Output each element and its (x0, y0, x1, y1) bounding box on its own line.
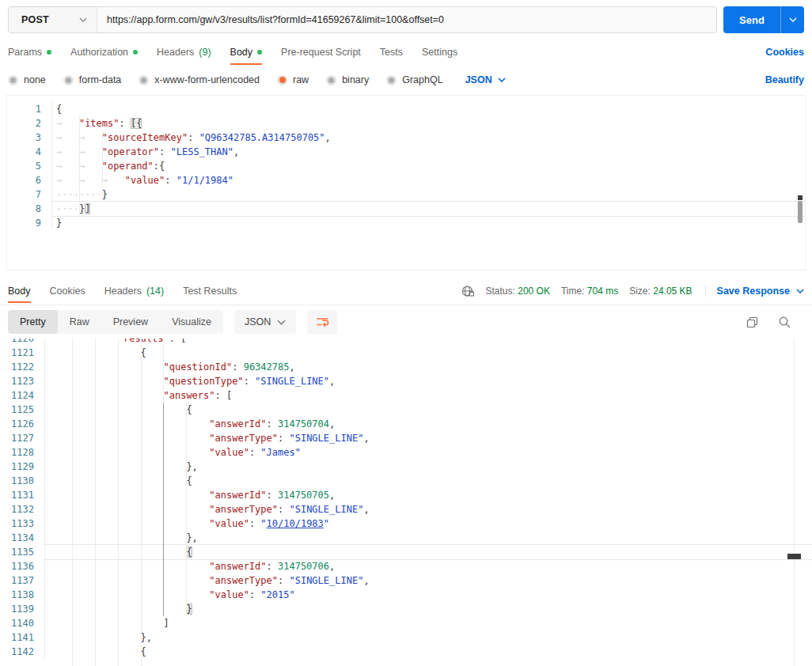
line-number: 8 (7, 202, 52, 216)
body-mode-label: GraphQL (402, 74, 442, 85)
line-content: ] (45, 616, 812, 630)
tab-label: Pre-request Script (281, 47, 361, 58)
save-response-button[interactable]: Save Response (705, 286, 804, 297)
radio-button-icon (277, 75, 287, 85)
cookies-link[interactable]: Cookies (765, 47, 804, 58)
line-content: { (52, 102, 805, 116)
view-tab-preview[interactable]: Preview (101, 310, 160, 334)
line-content: "answerType": "SINGLE_LINE", (45, 502, 812, 517)
body-mode-none[interactable]: none (8, 74, 46, 85)
tab-pre-request-script[interactable]: Pre-request Script (281, 38, 361, 66)
code-line-1142: 1142 { (0, 645, 812, 659)
line-number: 2 (7, 116, 52, 131)
wrap-text-button[interactable] (307, 310, 337, 335)
code-line-1137: 1137 "answerType": "SINGLE_LINE", (0, 573, 812, 588)
line-number: 1139 (0, 602, 45, 616)
response-tab-headers[interactable]: Headers(14) (104, 277, 164, 305)
line-number: 1122 (0, 360, 45, 374)
line-number: 4 (7, 145, 52, 159)
network-icon[interactable] (461, 285, 475, 297)
url-input[interactable] (97, 7, 716, 32)
indent-guide (79, 116, 80, 216)
code-line-1120: 1120 "results": [ (0, 339, 812, 346)
status-label: Status: (486, 286, 515, 297)
code-line-1131: 1131 "answerId": 314750705, (0, 488, 812, 502)
line-content: "answerId": 314750706, (45, 559, 812, 573)
view-tab-pretty[interactable]: Pretty (8, 310, 58, 334)
indent-guide (118, 339, 119, 666)
line-content: { (45, 346, 812, 360)
tab-label: Authorization (70, 47, 128, 58)
indent-guide (163, 339, 164, 403)
tab-params[interactable]: Params (8, 38, 51, 66)
line-content: "value": "2015" (45, 588, 812, 602)
chevron-down-icon (498, 78, 506, 82)
code-line-1128: 1128 "value": "James" (0, 445, 812, 460)
tab-label: Headers (157, 47, 194, 58)
tab-settings[interactable]: Settings (422, 38, 457, 66)
body-mode-label: raw (293, 74, 309, 85)
response-language-label: JSON (245, 316, 271, 327)
line-number: 1123 (0, 374, 45, 388)
line-number: 1132 (0, 502, 45, 517)
request-language-label: JSON (465, 74, 492, 85)
code-line-1122: 1122 "questionId": 96342785, (0, 360, 812, 374)
code-line-1129: 1129 }, (0, 460, 812, 474)
copy-icon[interactable] (746, 316, 759, 329)
tab-body[interactable]: Body (230, 38, 263, 66)
radio-button-icon (138, 75, 149, 85)
body-mode-graphql[interactable]: GraphQL (386, 74, 442, 85)
line-number: 1133 (0, 517, 45, 531)
radio-button-icon (326, 75, 336, 85)
code-line-1121: 1121 { (0, 346, 812, 360)
response-body-editor[interactable]: 1120 "results": [1121 {1122 "questionId"… (0, 339, 812, 666)
response-header: BodyCookiesHeaders(14)Test Results Statu… (0, 277, 812, 305)
body-mode-x-www-form-urlencoded[interactable]: x-www-form-urlencoded (138, 74, 260, 85)
vertical-scrollbar-track[interactable] (794, 339, 795, 666)
body-mode-form-data[interactable]: form-data (63, 74, 122, 85)
line-number: 1128 (0, 445, 45, 460)
line-number: 1124 (0, 388, 45, 403)
line-number: 1138 (0, 588, 45, 602)
tab-authorization[interactable]: Authorization (70, 38, 138, 66)
vertical-scrollbar-thumb[interactable] (798, 201, 803, 223)
beautify-link[interactable]: Beautify (765, 74, 804, 85)
view-tab-visualize[interactable]: Visualize (160, 310, 223, 334)
code-line-1140: 1140 ] (0, 616, 812, 630)
request-body-editor[interactable]: 1{2→ "items": [{3→ → "sourceItemKey": "Q… (6, 95, 806, 271)
status-value: 200 OK (518, 286, 550, 297)
tab-label: Body (8, 286, 31, 297)
status-item: Status: 200 OK (486, 286, 550, 297)
search-icon[interactable] (778, 316, 791, 329)
code-line-7: 7········} (7, 187, 805, 202)
response-tab-body[interactable]: Body (8, 277, 31, 305)
count-badge: (14) (146, 286, 164, 297)
response-language-dropdown[interactable]: JSON (234, 310, 296, 334)
body-mode-raw[interactable]: raw (277, 74, 309, 85)
radio-button-icon (8, 75, 18, 85)
tab-tests[interactable]: Tests (380, 38, 403, 66)
method-select[interactable]: POST (9, 7, 97, 32)
send-button[interactable]: Send (723, 6, 804, 33)
size-value: 24.05 KB (653, 286, 692, 297)
view-tab-raw[interactable]: Raw (58, 310, 101, 334)
line-content: "questionType": "SINGLE_LINE", (45, 374, 812, 388)
send-options-chevron-icon[interactable] (780, 6, 804, 33)
indent-guide (95, 339, 96, 666)
response-tab-cookies[interactable]: Cookies (50, 277, 85, 305)
body-mode-label: x-www-form-urlencoded (154, 74, 260, 85)
line-content: → → "sourceItemKey": "Q96342785.A3147507… (52, 131, 805, 145)
body-mode-row: noneform-datax-www-form-urlencodedrawbin… (0, 66, 812, 93)
line-content: → → "operand":{ (52, 159, 805, 173)
body-mode-binary[interactable]: binary (326, 74, 369, 85)
tab-headers[interactable]: Headers(9) (157, 38, 211, 66)
line-content: { (45, 474, 812, 488)
response-tab-test-results[interactable]: Test Results (183, 277, 237, 305)
scrollbar-position-mark[interactable] (787, 554, 801, 559)
line-content: "questionId": 96342785, (45, 360, 812, 374)
line-content: "value": "James" (45, 445, 812, 460)
request-language-dropdown[interactable]: JSON (465, 74, 506, 85)
code-line-1125: 1125 { (0, 403, 812, 417)
code-line-8: 8····}] (7, 202, 805, 216)
code-line-1132: 1132 "answerType": "SINGLE_LINE", (0, 502, 812, 517)
